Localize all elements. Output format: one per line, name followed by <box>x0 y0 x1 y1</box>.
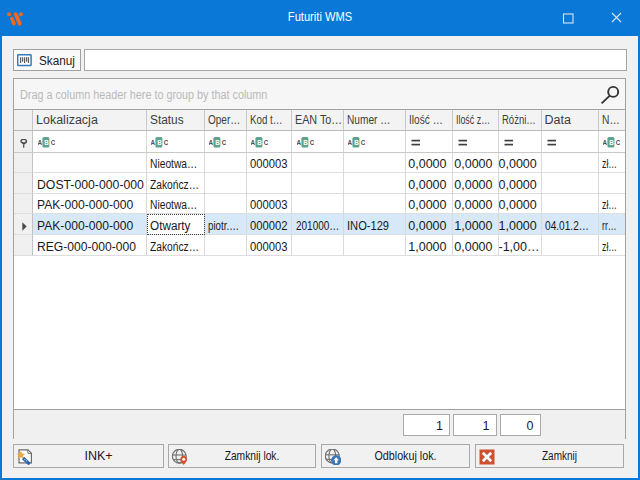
svg-text:A: A <box>348 139 353 146</box>
svg-text:A: A <box>603 139 608 146</box>
svg-text:C: C <box>164 139 168 146</box>
svg-text:A: A <box>209 139 214 146</box>
svg-text:A: A <box>251 139 256 146</box>
svg-text:B: B <box>354 139 359 146</box>
svg-text:C: C <box>309 139 313 146</box>
svg-text:B: B <box>303 139 308 146</box>
svg-text:B: B <box>215 139 220 146</box>
svg-text:C: C <box>616 139 620 146</box>
svg-text:B: B <box>609 139 614 146</box>
svg-text:C: C <box>361 139 365 146</box>
svg-text:B: B <box>157 139 162 146</box>
svg-text:C: C <box>50 139 54 146</box>
svg-text:A: A <box>297 139 302 146</box>
svg-text:B: B <box>44 139 49 146</box>
svg-text:A: A <box>151 139 156 146</box>
svg-text:C: C <box>222 139 226 146</box>
svg-text:C: C <box>264 139 268 146</box>
svg-text:B: B <box>257 139 262 146</box>
svg-text:A: A <box>38 139 43 146</box>
